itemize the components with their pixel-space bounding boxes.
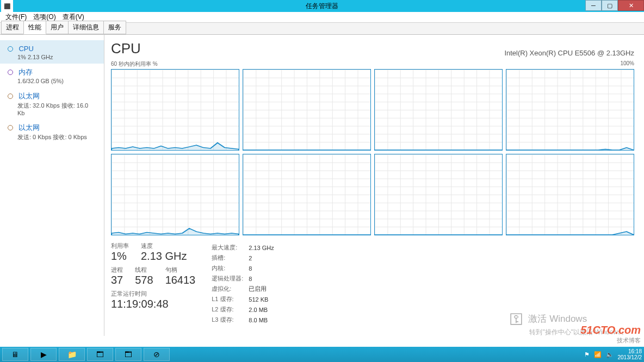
spec-logical-value: 8 <box>249 274 278 283</box>
spec-l3-label: L3 缓存: <box>212 315 247 324</box>
handle-label: 句柄 <box>165 266 196 274</box>
sidebar-item-cpu[interactable]: CPU 1% 2.13 GHz <box>0 40 104 64</box>
thread-label: 线程 <box>135 266 153 274</box>
uptime-value: 11:19:09:48 <box>111 298 195 310</box>
uptime-label: 正常运行时间 <box>111 290 195 298</box>
page-title: CPU <box>111 40 141 57</box>
watermark-main: 51CTO.com <box>580 324 641 336</box>
cpu-ring-icon <box>8 46 13 52</box>
sidebar-eth1-sub: 发送: 32.0 Kbps 接收: 16.0 Kb <box>17 102 96 116</box>
spec-l2-label: L2 缓存: <box>212 305 247 314</box>
spec-sockets-label: 插槽: <box>212 253 247 263</box>
cpu-chart-6[interactable] <box>374 154 503 235</box>
ethernet-ring-icon <box>8 93 13 99</box>
stats-right: 最大速度:2.13 GHz 插槽:2 内核:8 逻辑处理器:8 虚拟化:已启用 … <box>210 242 280 326</box>
proc-value: 37 <box>111 274 123 286</box>
cpu-chart-5[interactable] <box>243 154 371 235</box>
chart-xlabel: 60 秒内的利用率 % <box>111 60 158 68</box>
spec-virt-value: 已启用 <box>249 284 278 294</box>
sidebar-item-ethernet-1[interactable]: 以太网 发送: 32.0 Kbps 接收: 16.0 Kb <box>0 88 104 120</box>
taskbar-explorer[interactable]: 📁 <box>59 348 85 361</box>
taskbar-tray[interactable]: ⚑ 📶 🔈 16:18 2013/12/2 <box>584 348 642 360</box>
watermark-sub: 技术博客 <box>580 336 641 345</box>
proc-label: 进程 <box>111 266 123 274</box>
ethernet-ring-icon <box>8 125 13 130</box>
site-watermark: 51CTO.com 技术博客 <box>580 324 641 345</box>
content-pane: CPU Intel(R) Xeon(R) CPU E5506 @ 2.13GHz… <box>104 35 644 336</box>
sidebar: CPU 1% 2.13 GHz 内存 1.6/32.0 GB (5%) 以太网 … <box>0 35 104 336</box>
taskbar-time: 16:18 <box>618 348 642 354</box>
maximize-button[interactable]: ▢ <box>602 0 618 11</box>
spec-logical-label: 逻辑处理器: <box>212 274 247 283</box>
chart-ymax: 100% <box>620 60 634 68</box>
util-value: 1% <box>111 250 129 263</box>
sidebar-cpu-sub: 1% 2.13 GHz <box>17 54 96 60</box>
spec-cores-value: 8 <box>249 264 278 273</box>
taskbar-app-3[interactable]: ⊘ <box>144 348 170 361</box>
activate-title: 激活 Windows <box>528 313 587 325</box>
spec-sockets-value: 2 <box>249 253 278 263</box>
cpu-model: Intel(R) Xeon(R) CPU E5506 @ 2.13GHz <box>504 49 634 57</box>
tray-flag-icon[interactable]: ⚑ <box>584 351 590 358</box>
spec-virt-label: 虚拟化: <box>212 284 247 294</box>
app-icon: ⬛ <box>1 0 13 12</box>
tab-performance[interactable]: 性能 <box>23 21 46 34</box>
window-title: 任务管理器 <box>306 2 338 11</box>
taskbar-app-2[interactable]: 🗔 <box>115 348 141 361</box>
spec-l3-value: 8.0 MB <box>249 315 278 324</box>
spec-l1-value: 512 KB <box>249 295 278 304</box>
taskbar[interactable]: 🖥 ▶ 📁 🗔 🗔 ⊘ ⚑ 📶 🔈 16:18 2013/12/2 <box>0 347 644 362</box>
chart-axis-labels: 60 秒内的利用率 % 100% <box>111 60 634 68</box>
cpu-chart-0[interactable] <box>111 69 239 151</box>
spec-l2-value: 2.0 MB <box>249 305 278 314</box>
spec-maxspeed-label: 最大速度: <box>212 243 247 252</box>
cpu-chart-3[interactable] <box>506 69 634 151</box>
taskbar-powershell[interactable]: ▶ <box>30 348 57 361</box>
sidebar-cpu-title: CPU <box>18 45 33 53</box>
sidebar-eth2-sub: 发送: 0 Kbps 接收: 0 Kbps <box>17 133 96 141</box>
tabbar: 进程 性能 用户 详细信息 服务 <box>0 23 644 35</box>
taskbar-app-1[interactable]: 🗔 <box>87 348 113 361</box>
spec-maxspeed-value: 2.13 GHz <box>249 243 278 252</box>
cpu-chart-4[interactable] <box>111 154 239 235</box>
tray-sound-icon[interactable]: 🔈 <box>606 351 614 358</box>
speed-value: 2.13 GHz <box>141 250 187 263</box>
sidebar-item-memory[interactable]: 内存 1.6/32.0 GB (5%) <box>0 64 104 88</box>
spec-table: 最大速度:2.13 GHz 插槽:2 内核:8 逻辑处理器:8 虚拟化:已启用 … <box>210 242 280 326</box>
sidebar-mem-sub: 1.6/32.0 GB (5%) <box>17 78 96 84</box>
sidebar-item-ethernet-2[interactable]: 以太网 发送: 0 Kbps 接收: 0 Kbps <box>0 120 104 145</box>
thread-value: 578 <box>135 274 153 286</box>
tab-services[interactable]: 服务 <box>103 21 126 34</box>
window-titlebar: ⬛ 任务管理器 ─ ▢ ✕ <box>0 0 644 12</box>
tab-users[interactable]: 用户 <box>46 21 69 34</box>
memory-ring-icon <box>8 70 13 75</box>
cpu-charts-grid <box>111 69 634 235</box>
sidebar-mem-title: 内存 <box>18 67 33 77</box>
sidebar-eth1-title: 以太网 <box>18 91 40 101</box>
taskbar-clock[interactable]: 16:18 2013/12/2 <box>618 348 642 360</box>
key-icon: ⚿ <box>510 311 524 328</box>
sidebar-eth2-title: 以太网 <box>18 123 40 133</box>
spec-l1-label: L1 缓存: <box>212 295 247 304</box>
cpu-chart-7[interactable] <box>506 154 634 235</box>
tab-processes[interactable]: 进程 <box>1 21 24 34</box>
taskbar-server-manager[interactable]: 🖥 <box>2 348 28 361</box>
taskbar-date: 2013/12/2 <box>618 354 642 360</box>
close-button[interactable]: ✕ <box>618 0 644 11</box>
window-controls: ─ ▢ ✕ <box>585 0 644 11</box>
spec-cores-label: 内核: <box>212 264 247 273</box>
cpu-chart-1[interactable] <box>243 69 371 151</box>
cpu-chart-2[interactable] <box>374 69 503 151</box>
stats-left: 利用率1% 速度2.13 GHz 进程37 线程578 句柄16413 正常运行… <box>111 242 195 326</box>
speed-label: 速度 <box>141 242 187 250</box>
minimize-button[interactable]: ─ <box>585 0 602 11</box>
content-header: CPU Intel(R) Xeon(R) CPU E5506 @ 2.13GHz <box>111 40 634 57</box>
main-area: CPU 1% 2.13 GHz 内存 1.6/32.0 GB (5%) 以太网 … <box>0 35 644 336</box>
tab-details[interactable]: 详细信息 <box>68 21 104 34</box>
handle-value: 16413 <box>165 274 196 286</box>
tray-network-icon[interactable]: 📶 <box>594 351 602 358</box>
util-label: 利用率 <box>111 242 129 250</box>
